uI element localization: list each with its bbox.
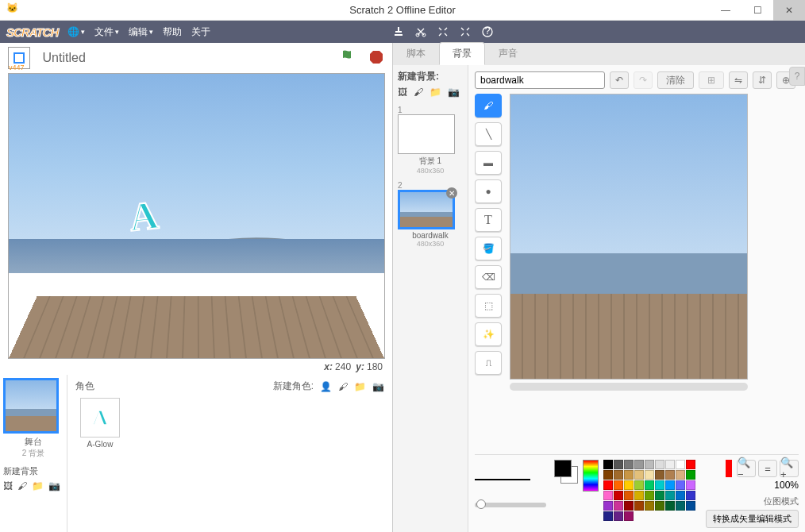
fill-tool[interactable]: 🪣 bbox=[475, 237, 502, 260]
color-swatch[interactable] bbox=[624, 460, 634, 469]
color-swatch[interactable] bbox=[624, 470, 634, 480]
paint-canvas[interactable] bbox=[510, 94, 748, 380]
fg-bg-colors[interactable] bbox=[554, 460, 578, 484]
color-swatch[interactable] bbox=[676, 460, 685, 469]
sprite-library-icon[interactable]: 👤 bbox=[320, 381, 332, 392]
sprite-card[interactable]: A A-Glow bbox=[75, 398, 125, 449]
color-swatch[interactable] bbox=[665, 480, 675, 490]
color-swatch[interactable] bbox=[686, 501, 695, 511]
color-swatch[interactable] bbox=[614, 460, 623, 469]
shrink-icon[interactable] bbox=[460, 26, 471, 37]
color-swatch[interactable] bbox=[624, 480, 634, 490]
clear-button[interactable]: 清除 bbox=[657, 71, 694, 89]
close-button[interactable]: ✕ bbox=[773, 0, 805, 21]
select-tool[interactable]: ⬚ bbox=[475, 294, 502, 318]
ellipse-tool[interactable]: ● bbox=[475, 179, 502, 203]
color-swatch[interactable] bbox=[603, 491, 613, 500]
tab-scripts[interactable]: 脚本 bbox=[393, 42, 439, 65]
zoom-in-button[interactable]: 🔍+ bbox=[780, 460, 799, 477]
costume-camera-icon[interactable]: 📷 bbox=[448, 87, 460, 98]
stamp-tool[interactable]: ⎍ bbox=[475, 351, 502, 375]
color-swatch[interactable] bbox=[645, 460, 654, 469]
color-swatch[interactable] bbox=[665, 501, 675, 511]
maximize-button[interactable]: ☐ bbox=[741, 0, 773, 21]
color-swatch[interactable] bbox=[634, 470, 644, 480]
costume-paint-icon[interactable]: 🖌 bbox=[414, 87, 423, 98]
color-swatch[interactable] bbox=[624, 491, 634, 500]
green-flag-icon[interactable] bbox=[340, 48, 357, 68]
color-swatch[interactable] bbox=[676, 470, 685, 480]
color-swatch[interactable] bbox=[614, 470, 623, 480]
sprite-upload-icon[interactable]: 📁 bbox=[354, 381, 366, 392]
color-swatch[interactable] bbox=[655, 470, 664, 480]
tips-button[interactable]: ? bbox=[789, 67, 805, 86]
tab-costumes[interactable]: 背景 bbox=[439, 42, 485, 65]
color-swatch[interactable] bbox=[634, 501, 644, 511]
grow-icon[interactable] bbox=[437, 26, 449, 37]
color-swatch[interactable] bbox=[645, 491, 654, 500]
zoom-out-button[interactable]: 🔍− bbox=[737, 460, 756, 477]
costume-item-1[interactable]: 1 背景 1 480x360 bbox=[398, 106, 463, 175]
tab-sounds[interactable]: 声音 bbox=[485, 42, 531, 65]
text-tool[interactable]: T bbox=[475, 208, 502, 232]
sprite-camera-icon[interactable]: 📷 bbox=[372, 381, 384, 392]
color-swatch[interactable] bbox=[614, 501, 623, 511]
color-swatch[interactable] bbox=[614, 491, 623, 500]
color-swatch[interactable] bbox=[655, 480, 664, 490]
menu-help[interactable]: 帮助 bbox=[163, 25, 182, 39]
stop-icon[interactable] bbox=[368, 49, 384, 67]
stage-thumbnail[interactable] bbox=[3, 378, 59, 434]
zoom-fit-button[interactable]: = bbox=[758, 460, 777, 477]
scissors-icon[interactable] bbox=[415, 26, 426, 37]
color-swatch[interactable] bbox=[634, 460, 644, 469]
color-swatch[interactable] bbox=[665, 470, 675, 480]
flip-h-icon[interactable]: ⇋ bbox=[729, 71, 748, 89]
color-swatch[interactable] bbox=[645, 470, 654, 480]
color-palette[interactable] bbox=[603, 460, 695, 521]
upload-icon[interactable]: 📁 bbox=[32, 480, 44, 492]
color-swatch[interactable] bbox=[655, 460, 664, 469]
stamp-icon[interactable] bbox=[393, 26, 404, 37]
line-tool[interactable]: ╲ bbox=[475, 122, 502, 146]
convert-mode-button[interactable]: 转换成矢量编辑模式 bbox=[706, 510, 799, 528]
color-swatch[interactable] bbox=[603, 470, 613, 480]
color-swatch[interactable] bbox=[603, 501, 613, 511]
color-swatch[interactable] bbox=[603, 480, 613, 490]
import-button[interactable]: ⊞ bbox=[699, 71, 724, 89]
color-swatch[interactable] bbox=[614, 480, 623, 490]
color-picker-icon[interactable] bbox=[583, 460, 599, 492]
color-swatch[interactable] bbox=[686, 460, 695, 469]
camera-icon[interactable]: 📷 bbox=[48, 480, 60, 492]
costume-library-icon[interactable]: 🖼 bbox=[398, 87, 407, 98]
menu-file[interactable]: 文件▾ bbox=[94, 25, 119, 39]
color-swatch[interactable] bbox=[614, 511, 623, 521]
color-swatch[interactable] bbox=[624, 511, 634, 521]
sprite-paint-icon[interactable]: 🖌 bbox=[338, 381, 348, 392]
paint-icon[interactable]: 🖌 bbox=[17, 480, 27, 492]
color-swatch[interactable] bbox=[686, 470, 695, 480]
costume-name-input[interactable] bbox=[475, 71, 605, 89]
color-swatch[interactable] bbox=[676, 491, 685, 500]
color-swatch[interactable] bbox=[676, 501, 685, 511]
no-color-icon[interactable] bbox=[726, 460, 732, 477]
menu-edit[interactable]: 编辑▾ bbox=[129, 25, 153, 39]
delete-costume-icon[interactable]: ✕ bbox=[446, 187, 457, 199]
wand-tool[interactable]: ✨ bbox=[475, 322, 502, 346]
costume-upload-icon[interactable]: 📁 bbox=[429, 87, 441, 98]
color-swatch[interactable] bbox=[665, 460, 675, 469]
color-swatch[interactable] bbox=[655, 491, 664, 500]
color-swatch[interactable] bbox=[645, 480, 654, 490]
color-swatch[interactable] bbox=[603, 511, 613, 521]
color-swatch[interactable] bbox=[676, 480, 685, 490]
h-scrollbar[interactable] bbox=[510, 383, 748, 391]
stage[interactable]: A bbox=[8, 73, 385, 359]
undo-button[interactable]: ↶ bbox=[610, 71, 629, 89]
stroke-slider[interactable] bbox=[475, 503, 546, 507]
menu-about[interactable]: 关于 bbox=[191, 25, 210, 39]
redo-button[interactable]: ↷ bbox=[634, 71, 653, 89]
color-swatch[interactable] bbox=[665, 491, 675, 500]
flip-v-icon[interactable]: ⇵ bbox=[753, 71, 772, 89]
globe-icon[interactable]: 🌐▾ bbox=[67, 26, 85, 37]
color-swatch[interactable] bbox=[686, 491, 695, 500]
brush-tool[interactable]: 🖌 bbox=[475, 94, 502, 118]
